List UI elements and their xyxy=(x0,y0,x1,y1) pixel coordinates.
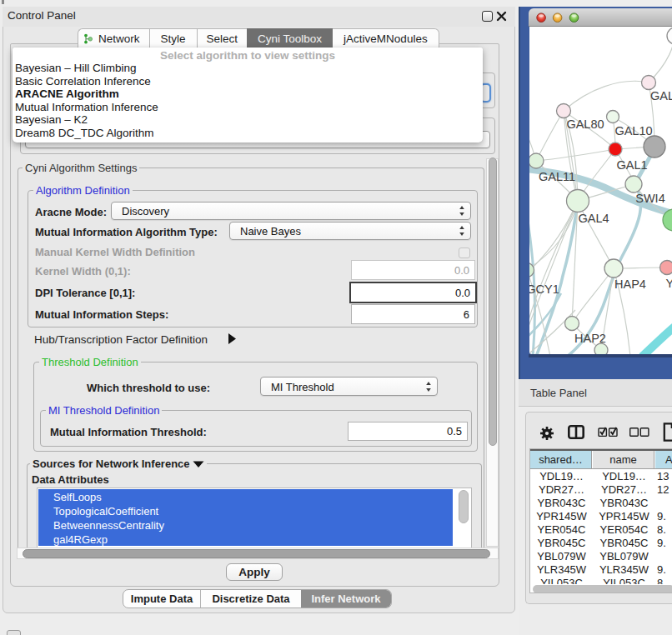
svg-text:GAL80: GAL80 xyxy=(566,118,604,131)
svg-text:HAP4: HAP4 xyxy=(614,278,646,291)
svg-text:GAL1: GAL1 xyxy=(616,158,647,172)
svg-text:GAL11: GAL11 xyxy=(539,170,575,183)
svg-text:GAL10: GAL10 xyxy=(614,124,652,138)
svg-text:SWI4: SWI4 xyxy=(635,192,664,205)
svg-text:HAP2: HAP2 xyxy=(574,332,606,345)
svg-text:Y: Y xyxy=(666,277,672,290)
svg-text:GCY1: GCY1 xyxy=(529,282,559,296)
svg-text:GAL: GAL xyxy=(650,89,672,102)
svg-text:GAL4: GAL4 xyxy=(578,212,609,225)
